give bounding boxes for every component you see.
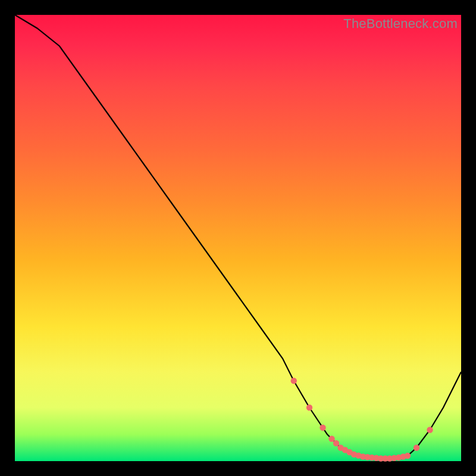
chart-marker: [405, 453, 411, 459]
chart-plot-area: TheBottleneck.com: [15, 15, 461, 461]
chart-stage: TheBottleneck.com: [0, 0, 476, 476]
chart-marker: [306, 405, 312, 411]
chart-marker: [291, 378, 297, 384]
chart-marker: [320, 425, 325, 431]
chart-markers: [291, 378, 433, 462]
chart-marker: [333, 440, 339, 446]
chart-marker: [414, 444, 419, 450]
chart-line: [15, 15, 461, 459]
chart-svg: [15, 15, 461, 461]
chart-marker: [427, 427, 433, 433]
chart-marker: [328, 436, 334, 441]
